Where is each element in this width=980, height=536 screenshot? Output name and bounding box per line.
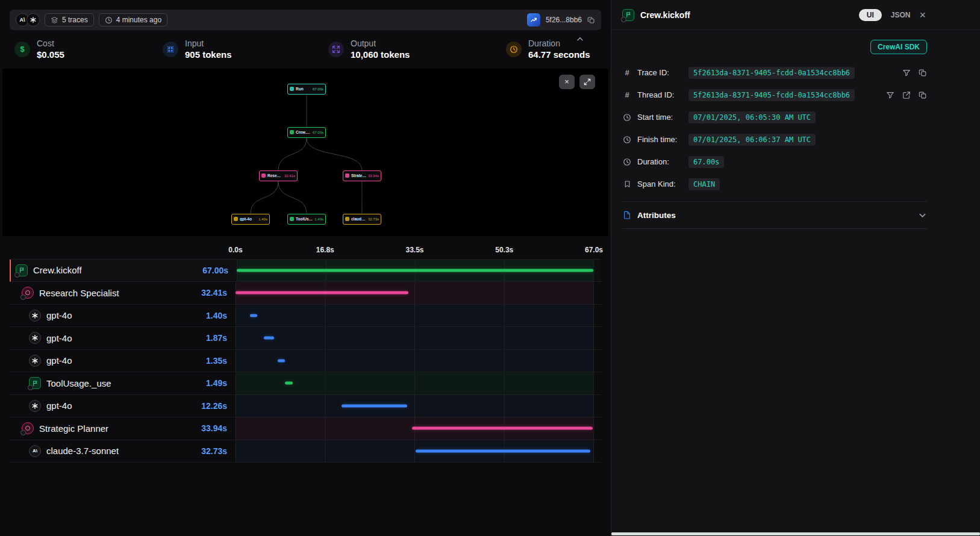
row-duration: 32.41s — [201, 288, 236, 298]
node-label: Strategic Planner — [351, 173, 366, 178]
duration-bar — [416, 449, 590, 452]
layers-icon — [51, 16, 58, 24]
copy-icon[interactable] — [919, 91, 927, 99]
trace-header-bar: A\ 5 traces 4 minutes ago 5f26...8bb6 — [10, 10, 601, 30]
duration-bar — [412, 427, 593, 430]
node-icon — [345, 217, 349, 221]
node-icon — [234, 217, 238, 221]
anthropic-icon: A\ — [29, 445, 41, 457]
node-duration: 32.73s — [368, 217, 379, 221]
filter-icon[interactable] — [886, 91, 894, 99]
node-label: Run — [296, 87, 311, 91]
graph-node-run[interactable]: Run67.00s — [287, 84, 326, 95]
graph-node-crew-kickoff[interactable]: Crew.kickoff67.00s — [287, 127, 326, 138]
row-label: gpt-4o — [46, 355, 72, 366]
duration-bar — [237, 269, 593, 272]
input-tokens-icon — [163, 42, 178, 57]
detail-header: Crew.kickoff UI JSON × — [611, 0, 980, 30]
collapse-metrics-button[interactable] — [576, 35, 584, 45]
duration-bar — [278, 359, 285, 362]
traces-count-label: 5 traces — [62, 16, 88, 24]
duration-bar — [264, 337, 274, 340]
crew-icon — [29, 377, 41, 389]
row-track — [236, 305, 594, 327]
detail-label: Finish time: — [637, 135, 683, 144]
node-duration: 1.40s — [258, 217, 267, 221]
axis-tick: 16.8s — [316, 246, 334, 254]
graph-node-strategic-planner[interactable]: Strategic Planner33.94s — [343, 170, 381, 181]
hash-icon: # — [622, 68, 632, 77]
detail-label: Span Kind: — [637, 179, 683, 189]
clock-icon — [105, 16, 113, 24]
waterfall-row-gpt-4o[interactable]: gpt-4o1.40s — [10, 305, 601, 328]
metric-label: Output — [351, 38, 410, 49]
badge-icon — [20, 294, 26, 300]
row-duration: 1.87s — [206, 333, 236, 343]
node-icon — [345, 173, 349, 178]
waterfall-row-crew-kickoff[interactable]: Crew.kickoff67.00s — [10, 260, 601, 282]
node-duration: 1.49s — [314, 217, 323, 221]
waterfall-row-gpt-4o[interactable]: gpt-4o1.87s — [10, 327, 601, 350]
waterfall-row-toolusage-use[interactable]: ToolUsage._use1.49s — [10, 372, 601, 395]
horizontal-scrollbar[interactable] — [611, 532, 980, 535]
chevron-down-icon — [918, 211, 927, 220]
metric-label: Cost — [37, 38, 64, 49]
external-link-icon[interactable] — [902, 91, 911, 99]
row-label: ToolUsage._use — [46, 378, 111, 388]
hash-icon: # — [622, 90, 632, 99]
metrics-chart-icon[interactable] — [527, 13, 540, 26]
metric-value: $0.055 — [37, 49, 64, 61]
trace-age-badge: 4 minutes ago — [99, 13, 167, 26]
row-track — [236, 372, 594, 394]
detail-body: CrewAI SDK #Trace ID:5f2613da-8371-9405-… — [611, 30, 980, 229]
waterfall-row-claude-3-7-sonnet[interactable]: A\claude-3.7-sonnet32.73s — [10, 440, 601, 463]
detail-title: Crew.kickoff — [640, 10, 690, 20]
bookmark-icon — [622, 180, 632, 188]
close-panel-button[interactable]: × — [919, 10, 926, 20]
close-graph-button[interactable]: × — [559, 75, 575, 89]
metric-value: 64.77 seconds — [528, 49, 590, 61]
expand-graph-button[interactable] — [579, 75, 595, 89]
row-duration: 1.40s — [206, 311, 236, 320]
duration-bar — [285, 382, 293, 385]
attributes-section[interactable]: Attributes — [622, 201, 927, 229]
metric-label: Input — [185, 38, 232, 49]
waterfall-row-gpt-4o[interactable]: gpt-4o12.26s — [10, 395, 601, 418]
graph-node-toolusage-use[interactable]: ToolUsage._use1.49s — [287, 214, 326, 225]
graph-node-gpt-4o[interactable]: gpt-4o1.40s — [231, 214, 270, 225]
metric-output: Output10,060 tokens — [328, 38, 506, 61]
row-label: gpt-4o — [46, 333, 72, 343]
duration-bar — [236, 291, 408, 294]
filter-icon[interactable] — [902, 69, 911, 77]
node-label: claude-3.7-sonnet — [351, 217, 366, 221]
waterfall-row-gpt-4o[interactable]: gpt-4o1.35s — [10, 350, 601, 373]
duration-bar — [250, 314, 257, 317]
axis-tick: 0.0s — [228, 246, 242, 254]
metrics-bar: $Cost$0.055Input905 tokensOutput10,060 t… — [10, 30, 601, 67]
row-duration: 67.00s — [202, 266, 237, 275]
file-icon — [622, 211, 632, 219]
detail-row-duration: Duration:67.00s — [622, 151, 927, 173]
axis-tick: 50.3s — [495, 246, 513, 254]
traces-count-badge[interactable]: 5 traces — [45, 13, 94, 26]
node-duration: 33.94s — [368, 174, 379, 178]
detail-value: 67.00s — [688, 156, 724, 168]
waterfall-row-research-specialist[interactable]: Research Specialist32.41s — [10, 282, 601, 305]
output-tokens-icon — [328, 42, 344, 57]
axis-tick: 67.0s — [585, 246, 603, 254]
graph-node-claude-3-7-sonnet[interactable]: claude-3.7-sonnet32.73s — [343, 214, 381, 225]
detail-row-start-time: Start time:07/01/2025, 06:05:30 AM UTC — [622, 106, 927, 128]
waterfall-row-strategic-planner[interactable]: Strategic Planner33.94s — [10, 417, 601, 440]
copy-icon[interactable] — [919, 69, 927, 77]
detail-row-finish-time: Finish time:07/01/2025, 06:06:37 AM UTC — [622, 128, 927, 151]
ui-tab-button[interactable]: UI — [859, 9, 882, 21]
graph-node-research-specialist[interactable]: Research Specialist32.41s — [259, 170, 298, 181]
clock-icon — [622, 158, 632, 166]
row-track — [236, 395, 594, 417]
clock-icon — [622, 136, 632, 144]
detail-label: Trace ID: — [637, 68, 683, 77]
waterfall: 0.0s16.8s33.5s50.3s67.0s Crew.kickoff67.… — [10, 245, 601, 463]
trace-graph: × Run67.00sCrew.kickoff67.00sResearch Sp… — [2, 69, 608, 236]
json-tab-button[interactable]: JSON — [891, 11, 911, 19]
copy-trace-id-icon[interactable] — [587, 16, 595, 24]
